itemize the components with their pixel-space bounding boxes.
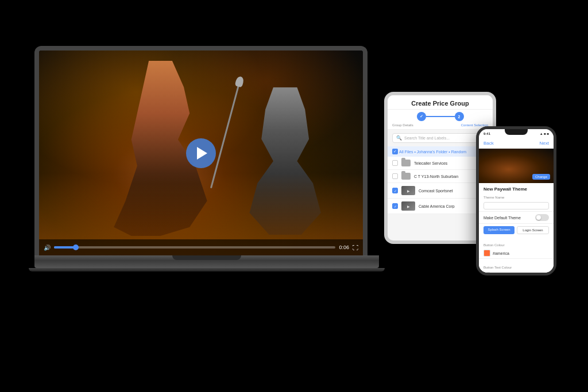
phone-image-button[interactable]: Change (532, 174, 550, 180)
default-theme-label: Make Default Theme (483, 216, 521, 220)
button-color-field: Button Colour #america (479, 236, 554, 259)
step-labels: Group Details Content Selection (388, 123, 493, 130)
laptop-screen: 🔊 0:06 ⛶ (34, 46, 368, 255)
theme-name-field: Theme Name (479, 194, 554, 212)
status-time: 9:41 (483, 132, 490, 135)
button-color-swatch[interactable] (483, 250, 490, 257)
video-thumb-3 (401, 186, 415, 195)
file-checkbox-1[interactable] (392, 160, 398, 166)
next-button[interactable]: Next (540, 141, 549, 146)
progress-bar[interactable] (54, 246, 335, 249)
folder-icon-1 (401, 160, 411, 166)
phone-screen: 9:41 ▲ ■ ■ Back Next Change New Paywall … (479, 129, 554, 273)
breadcrumb-checkbox[interactable]: ✓ (392, 149, 398, 154)
laptop-base (34, 255, 379, 268)
button-text-color-field: Button Text Colour #FFFF (479, 259, 554, 273)
theme-name-label: Theme Name (483, 196, 549, 199)
button-text-color-swatch[interactable] (483, 272, 490, 273)
video-player[interactable]: 🔊 0:06 ⛶ (39, 51, 363, 255)
scene: 🔊 0:06 ⛶ Create Price Group (0, 0, 588, 392)
file-checkbox-2[interactable] (392, 173, 398, 179)
video-controls: 🔊 0:06 ⛶ (39, 239, 363, 255)
progress-fill (54, 246, 76, 249)
tablet-header: Create Price Group (388, 95, 493, 110)
default-theme-toggle[interactable] (535, 214, 549, 221)
breadcrumb-check-icon: ✓ (393, 150, 397, 154)
status-icons: ▲ ■ ■ (540, 132, 549, 135)
button-text-color-swatch-row: #FFFF (483, 272, 549, 273)
step-2-num: 2 (458, 115, 461, 119)
tablet-title: Create Price Group (393, 100, 487, 107)
screen-type-buttons: Splash Screen Login Screen (479, 224, 554, 236)
phone-form: New Paywall Theme Theme Name Make Defaul… (479, 183, 554, 273)
fullscreen-icon[interactable]: ⛶ (353, 244, 358, 251)
stepper: ✓ 2 (388, 110, 493, 123)
step-2-circle: 2 (455, 112, 464, 121)
button-color-swatch-row: #america (483, 250, 549, 257)
button-text-color-label: Button Text Colour (483, 266, 512, 269)
play-icon (197, 147, 207, 160)
folder-icon-2 (401, 173, 411, 180)
laptop: 🔊 0:06 ⛶ (34, 46, 379, 287)
volume-icon[interactable]: 🔊 (44, 244, 51, 251)
splash-screen-button[interactable]: Splash Screen (483, 226, 514, 234)
button-color-label: Button Colour (483, 243, 505, 247)
search-placeholder: Search Title and Labels... (404, 136, 450, 140)
button-color-value: #america (493, 251, 509, 255)
search-icon: 🔍 (396, 135, 402, 141)
laptop-notch (172, 255, 241, 260)
file-checkbox-3[interactable]: ✓ (392, 188, 398, 193)
time-display: 0:06 (339, 244, 349, 250)
phone-header: Back Next (479, 138, 554, 149)
step-1-check: ✓ (420, 114, 423, 119)
check-icon-3: ✓ (394, 189, 397, 193)
section-title: New Paywall Theme (479, 183, 554, 194)
video-thumb-4 (401, 201, 415, 211)
progress-dot (73, 244, 79, 250)
login-screen-button[interactable]: Login Screen (517, 226, 549, 234)
play-button[interactable] (186, 138, 216, 168)
step-1-circle: ✓ (417, 112, 426, 121)
breadcrumb-text: All Files • Johanna's Folder • Random (399, 150, 466, 154)
file-checkbox-4[interactable]: ✓ (392, 203, 398, 209)
step-1-label: Group Details (392, 123, 413, 127)
phone: 9:41 ▲ ■ ■ Back Next Change New Paywall … (476, 126, 556, 275)
back-button[interactable]: Back (483, 141, 494, 146)
theme-name-input[interactable] (483, 202, 549, 209)
laptop-foot (29, 268, 385, 271)
phone-notch (505, 129, 528, 135)
phone-image-area: Change (479, 149, 554, 183)
toggle-knob (536, 215, 541, 220)
tablet-search[interactable]: 🔍 Search Title and Labels... (392, 133, 488, 143)
default-theme-row: Make Default Theme (479, 212, 554, 224)
step-line (426, 116, 455, 117)
check-icon-4: ✓ (394, 204, 397, 208)
